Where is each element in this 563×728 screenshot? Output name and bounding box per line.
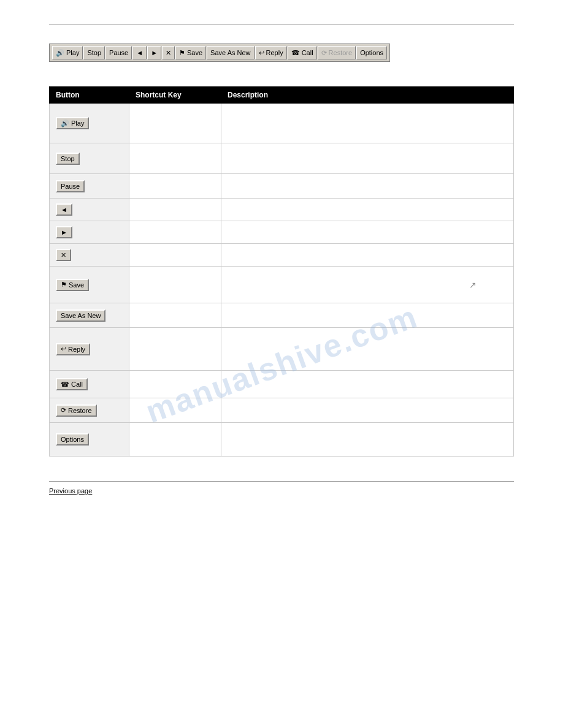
cell-shortcut-forward xyxy=(129,221,221,244)
toolbar-play-button[interactable]: 🔊 Play xyxy=(52,46,83,59)
x-icon: ✕ xyxy=(61,251,66,259)
table-row: ✕ xyxy=(50,244,514,267)
cell-shortcut-stop xyxy=(129,143,221,174)
reply-icon: ↩ xyxy=(259,49,264,57)
speaker-icon: 🔊 xyxy=(56,49,64,57)
cell-shortcut-saveasnew xyxy=(129,303,221,328)
toolbar-options-button[interactable]: Options xyxy=(356,46,387,59)
toolbar-stop-button[interactable]: Stop xyxy=(83,46,105,59)
cell-shortcut-save xyxy=(129,267,221,303)
cell-desc-reply xyxy=(221,328,514,371)
cell-button-save: ⚑ Save xyxy=(50,267,129,303)
pause-button[interactable]: Pause xyxy=(56,180,85,192)
table-row: ⚑ Save ↗ xyxy=(50,267,514,303)
bottom-link[interactable]: Previous page xyxy=(49,487,92,495)
table-row: Stop xyxy=(50,143,514,174)
toolbar-back-button[interactable]: ◄ xyxy=(132,46,147,59)
table-row: ◄ xyxy=(50,199,514,221)
delete-icon: ✕ xyxy=(166,49,171,57)
toolbar-stop-label: Stop xyxy=(87,49,101,56)
cell-shortcut-options xyxy=(129,423,221,457)
cell-desc-save: ↗ xyxy=(221,267,514,303)
cell-desc-saveasnew xyxy=(221,303,514,328)
options-button[interactable]: Options xyxy=(56,433,89,446)
toolbar-delete-button[interactable]: ✕ xyxy=(162,46,175,59)
call-button[interactable]: ☎ Call xyxy=(56,378,88,390)
cursor-icon: ↗ xyxy=(469,280,477,290)
table-row: Pause xyxy=(50,174,514,199)
reply-button[interactable]: ↩ Reply xyxy=(56,343,90,355)
toolbar-pause-label: Pause xyxy=(109,49,128,56)
save-label: Save xyxy=(69,281,84,289)
back-icon: ◄ xyxy=(136,49,143,56)
table-row: ► xyxy=(50,221,514,244)
cell-button-forward: ► xyxy=(50,221,129,244)
bottom-rule xyxy=(49,481,514,482)
cell-button-reply: ↩ Reply xyxy=(50,328,129,371)
saveasnew-button[interactable]: Save As New xyxy=(56,309,105,322)
table-row: Options xyxy=(50,423,514,457)
table-row: ⟳ Restore xyxy=(50,398,514,423)
table-header-row: Button Shortcut Key Description xyxy=(50,87,514,104)
cell-desc-back xyxy=(221,199,514,221)
cell-shortcut-call xyxy=(129,371,221,398)
col-header-description: Description xyxy=(221,87,514,104)
cell-button-stop: Stop xyxy=(50,143,129,174)
forward-button[interactable]: ► xyxy=(56,226,72,238)
stop-button[interactable]: Stop xyxy=(56,153,80,165)
toolbar: 🔊 Play Stop Pause ◄ ► ✕ ⚑ Save Save As N… xyxy=(49,44,390,62)
cell-desc-delete xyxy=(221,244,514,267)
save-button[interactable]: ⚑ Save xyxy=(56,279,89,291)
toolbar-save-button[interactable]: ⚑ Save xyxy=(175,46,206,59)
cell-desc-forward xyxy=(221,221,514,244)
col-header-shortcut: Shortcut Key xyxy=(129,87,221,104)
call-icon: ☎ xyxy=(291,49,300,57)
toolbar-forward-button[interactable]: ► xyxy=(147,46,161,59)
toolbar-restore-label: Restore xyxy=(329,49,353,56)
restore-button[interactable]: ⟳ Restore xyxy=(56,404,97,417)
toolbar-restore-button[interactable]: ⟳ Restore xyxy=(318,46,356,59)
cell-desc-call xyxy=(221,371,514,398)
cell-button-options: Options xyxy=(50,423,129,457)
cell-desc-restore xyxy=(221,398,514,423)
cell-desc-pause xyxy=(221,174,514,199)
play-label: Play xyxy=(71,119,84,127)
cell-shortcut-delete xyxy=(129,244,221,267)
cell-button-saveasnew: Save As New xyxy=(50,303,129,328)
save-flag-icon: ⚑ xyxy=(179,49,185,57)
call-btn-icon: ☎ xyxy=(61,381,69,389)
save-icon: ⚑ xyxy=(61,281,67,289)
table-row: Save As New xyxy=(50,303,514,328)
back-button[interactable]: ◄ xyxy=(56,203,72,216)
cell-shortcut-restore xyxy=(129,398,221,423)
toolbar-call-label: Call xyxy=(302,49,313,56)
play-button[interactable]: 🔊 Play xyxy=(56,117,89,129)
toolbar-options-label: Options xyxy=(360,49,383,56)
toolbar-pause-button[interactable]: Pause xyxy=(105,46,132,59)
options-label: Options xyxy=(61,436,84,443)
restore-btn-icon: ⟳ xyxy=(61,406,66,414)
toolbar-saveasnew-button[interactable]: Save As New xyxy=(207,46,254,59)
toolbar-reply-button[interactable]: ↩ Reply xyxy=(255,46,287,59)
table-row: ☎ Call xyxy=(50,371,514,398)
cell-button-call: ☎ Call xyxy=(50,371,129,398)
cell-shortcut-back xyxy=(129,199,221,221)
col-header-button: Button xyxy=(50,87,129,104)
cell-button-delete: ✕ xyxy=(50,244,129,267)
forward-arrow-icon: ► xyxy=(61,229,67,236)
reply-label: Reply xyxy=(68,346,85,353)
play-speaker-icon: 🔊 xyxy=(61,119,69,127)
cell-desc-options xyxy=(221,423,514,457)
cell-shortcut-play xyxy=(129,104,221,143)
pause-label: Pause xyxy=(61,183,80,190)
toolbar-play-label: Play xyxy=(66,49,79,56)
stop-label: Stop xyxy=(61,155,75,162)
cell-shortcut-reply xyxy=(129,328,221,371)
toolbar-save-label: Save xyxy=(187,49,202,56)
cell-button-pause: Pause xyxy=(50,174,129,199)
cell-button-restore: ⟳ Restore xyxy=(50,398,129,423)
delete-button[interactable]: ✕ xyxy=(56,249,71,261)
toolbar-call-button[interactable]: ☎ Call xyxy=(288,46,317,59)
cell-desc-play xyxy=(221,104,514,143)
forward-icon: ► xyxy=(151,49,158,56)
